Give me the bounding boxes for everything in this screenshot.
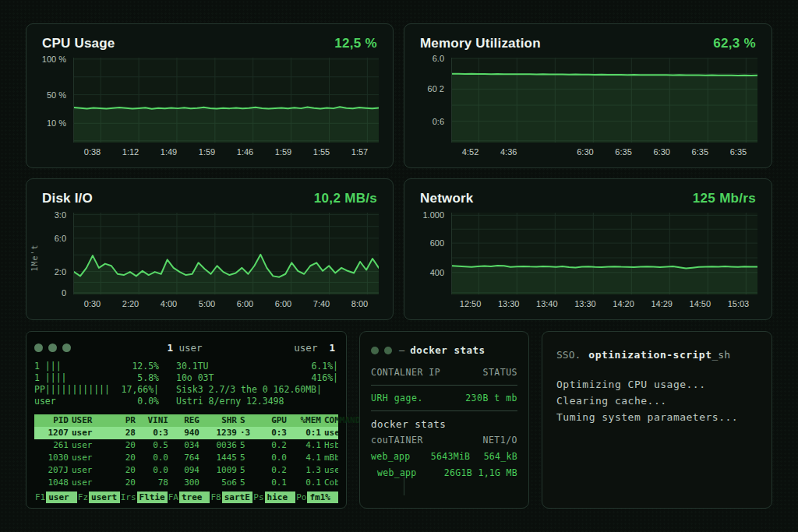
fn-key: F8	[210, 491, 221, 503]
process-cell: 0.2	[259, 439, 288, 452]
process-row[interactable]: 1207user280:39401239·30:30:1user	[34, 427, 338, 439]
process-cell: Cob	[323, 477, 338, 489]
x-tick-label: 7:40	[302, 299, 341, 313]
column-header[interactable]: REG	[170, 414, 201, 427]
column-header[interactable]: %MEM	[288, 414, 323, 427]
fn-key-item[interactable]: FAtree	[168, 491, 210, 503]
window-dot-icon[interactable]	[371, 347, 379, 354]
fn-key-item[interactable]: F8sartE	[210, 491, 252, 503]
process-row[interactable]: 1030user200.0764144550.04.1mBb!414	[34, 452, 338, 464]
window-maximize-button[interactable]	[62, 344, 71, 352]
shell-prompt: SSO.	[556, 349, 581, 361]
x-tick-label: 1:49	[150, 147, 188, 161]
fn-key-item[interactable]: Pofm1%	[295, 491, 338, 503]
process-cell: 207J	[34, 464, 70, 477]
column-header[interactable]: PID	[34, 414, 70, 427]
network-panel-header: Network 125 Mb/rs	[420, 191, 756, 206]
process-cell: 0:1	[288, 427, 323, 439]
x-tick-label: 6:35	[719, 147, 757, 161]
container-column-header: couTAINER	[371, 435, 423, 446]
memory-y-axis: 6.060 20:6	[417, 58, 451, 143]
x-tick-label: 6:00	[226, 299, 264, 313]
fn-key-label: sartE	[222, 491, 253, 503]
cpu-y-axis: 100 %50 %10 %	[39, 58, 73, 143]
column-header[interactable]: VINI	[137, 414, 170, 427]
fn-key-item[interactable]: IrsFltie	[120, 491, 168, 503]
bottom-row: 1 user user 1 1 |||12.5%30.1TU6.1%|1 |||…	[26, 331, 772, 509]
x-tick-label: 13:30	[566, 299, 604, 313]
process-row[interactable]: 1048user20783005o650.10.1Cob	[34, 477, 338, 489]
process-cell: 1.3	[288, 464, 323, 477]
fn-key-label: Fltie	[137, 491, 168, 503]
process-cell: 1207	[34, 427, 70, 439]
process-cell: 20	[112, 464, 137, 477]
y-tick-label: 100 %	[42, 55, 66, 64]
fn-key-label: usert	[89, 491, 120, 503]
chart-svg	[452, 213, 757, 294]
chart-svg	[74, 58, 379, 143]
process-row[interactable]: 207Juser200.0094100950.21.3use	[34, 464, 338, 477]
x-tick-label: 15:03	[719, 299, 757, 313]
fn-key-item[interactable]: F1user	[34, 491, 77, 503]
process-cell: user	[70, 464, 112, 477]
column-header[interactable]: COMMAND	[323, 414, 338, 427]
chart-svg	[452, 58, 757, 143]
disk-current-value: 10,2 MB/s	[314, 191, 377, 206]
disk-x-axis: 0:302:204:005:006:006:007:408:00	[73, 294, 379, 313]
x-tick-label: 14:50	[681, 299, 719, 313]
container-netio: 1,1G MB	[472, 467, 517, 478]
x-tick-label: 1:12	[111, 147, 150, 161]
minimize-dash-icon: —	[399, 345, 404, 356]
process-cell: 5	[238, 464, 259, 477]
process-cell: user	[70, 439, 112, 452]
process-cell: Hsb	[323, 439, 338, 452]
container-ip-header: CONTALNER IP	[371, 367, 440, 378]
memory-panel-title: Memory Utilization	[420, 36, 541, 51]
process-cell: 5	[238, 477, 259, 489]
process-cell: user	[70, 427, 112, 439]
window-minimize-button[interactable]	[48, 344, 57, 352]
process-cell: user	[70, 477, 112, 489]
x-tick-label: 5:00	[188, 299, 226, 313]
function-key-bar: F1userFzusertIrsFltieFAtreeF8sartEPshice…	[34, 491, 338, 503]
script-command-line: SSO.optinization-script_sh	[556, 349, 757, 361]
fn-key-item[interactable]: Fzusert	[77, 491, 120, 503]
status-header: STATUS	[482, 367, 517, 378]
window-dot-icon[interactable]	[384, 347, 392, 354]
process-cell: 0.1	[288, 477, 323, 489]
window-controls	[34, 344, 135, 352]
x-tick-label: 6:00	[264, 299, 302, 313]
meter-line: 1 |||12.5%30.1TU6.1%|	[34, 361, 338, 372]
script-output-line: Optimizing CPU usage...	[556, 376, 757, 393]
terminal-right-number: 1	[329, 342, 335, 354]
container-netio: 564_kB	[470, 451, 517, 462]
x-tick-label: 14:29	[643, 299, 681, 313]
column-header[interactable]: USER	[70, 414, 112, 427]
process-cell: 0.5	[137, 439, 170, 452]
x-tick-label: 6:35	[605, 147, 643, 161]
terminal-right-text: user	[294, 342, 317, 354]
window-close-button[interactable]	[34, 344, 43, 352]
network-x-axis: 12:5013:3013:4013:3014:2014:2914:5015:03	[451, 294, 757, 313]
script-filename: optinization-script	[588, 349, 711, 361]
column-header[interactable]: GPU	[259, 414, 288, 427]
column-header[interactable]: SHR	[201, 414, 238, 427]
meter-line: 1 ||||5.8%10o 03T416%|	[34, 372, 338, 384]
text-cursor	[404, 477, 404, 495]
column-header[interactable]: PR	[112, 414, 137, 427]
meter-line: PP||||||||||||17,66%|Sisk3 2.7/3 the 0 1…	[34, 384, 338, 396]
fn-key: FA	[168, 491, 179, 503]
process-cell: 20	[112, 452, 137, 464]
fn-key-item[interactable]: Pshice	[252, 491, 295, 503]
process-header-row: PIDUSERPRVINIREGSHRSGPU%MEMCOMMAND	[34, 414, 338, 427]
y-tick-label: 10 %	[47, 118, 66, 128]
container-memory: 26G1B	[427, 467, 472, 478]
memory-x-axis: 4:524:366:306:356:306:356:35	[451, 143, 757, 161]
x-tick-label: 14:20	[605, 299, 643, 313]
container-name: URH gage.	[371, 393, 423, 403]
process-row[interactable]: 261user200.5034003650.24.1Hsb	[34, 439, 338, 452]
column-header[interactable]: S	[238, 414, 259, 427]
fn-key: Po	[295, 491, 307, 503]
disk-panel-header: Disk I/O 10,2 MB/s	[42, 191, 377, 206]
process-cell: 0.0	[259, 452, 288, 464]
